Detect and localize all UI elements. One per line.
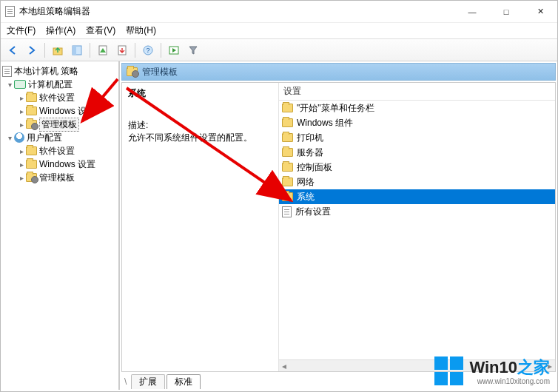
window-title: 本地组策略编辑器 [19,5,90,18]
tree-comp-software[interactable]: ▸ 软件设置 [1,91,118,104]
folder-icon [282,163,293,172]
folder-icon [282,118,293,127]
policy-icon [2,66,12,77]
help-button[interactable]: ? [139,41,157,59]
tree-root-label: 本地计算机 策略 [14,65,78,78]
folder-icon [282,192,293,201]
titlebar: 本地组策略编辑器 — □ ✕ [1,1,557,23]
description-panel: 系统 描述: 允许不同系统组件设置的配置。 [122,83,279,371]
tree-comp-windows[interactable]: ▸ Windows 设置 [1,104,118,118]
folder-settings-icon [26,173,37,182]
expander-icon[interactable]: ▸ [17,121,26,129]
tree-root[interactable]: 本地计算机 策略 [1,64,118,78]
folder-settings-icon [127,67,138,76]
tree-user-software[interactable]: ▸ 软件设置 [1,144,118,158]
expander-icon[interactable]: ▸ [17,94,26,102]
list-item-label: Windows 组件 [297,117,353,129]
user-icon [14,132,24,143]
list-item-label: 打印机 [297,132,323,144]
tree-label: 软件设置 [39,92,75,104]
tree-user-windows[interactable]: ▸ Windows 设置 [1,158,118,171]
tree-label: 软件设置 [39,145,75,158]
tree-user-admin-templates[interactable]: ▸ 管理模板 [1,171,118,184]
minimize-button[interactable]: — [455,1,489,23]
list-item-label: 系统 [297,191,315,203]
tree-computer-config[interactable]: ▾ 计算机配置 [1,78,118,91]
tree-label: 管理模板 [39,172,75,184]
tree-pane[interactable]: 本地计算机 策略 ▾ 计算机配置 ▸ 软件设置 ▸ Windows 设置 ▸ 管… [1,61,119,390]
tree-computer-label: 计算机配置 [28,78,73,91]
list-item[interactable]: 服务器 [279,145,555,160]
list-item[interactable]: 网络 [279,175,555,189]
expander-icon[interactable]: ▾ [5,134,14,142]
computer-icon [14,80,26,89]
svg-text:?: ? [146,47,149,54]
show-tree-button[interactable] [68,41,86,59]
view-tabs: 扩展 标准 [121,372,556,388]
folder-icon [282,133,293,142]
run-button[interactable] [165,41,183,59]
properties-button[interactable] [94,41,112,59]
expander-icon[interactable]: ▸ [17,174,26,182]
folder-icon [26,160,37,169]
tree-label: Windows 设置 [39,105,95,118]
detail-heading: 系统 [128,87,272,100]
list-item-label: 所有设置 [295,206,331,218]
expander-icon[interactable]: ▸ [17,160,26,169]
horizontal-scrollbar[interactable]: ◂ ▸ [279,359,555,371]
tab-standard[interactable]: 标准 [167,374,201,389]
folder-icon [26,93,37,102]
list-item[interactable]: "开始"菜单和任务栏 [279,101,555,115]
tree-label: 管理模板 [39,118,79,132]
list-item[interactable]: 控制面板 [279,160,555,175]
filter-button[interactable] [184,41,202,59]
svg-rect-2 [73,46,76,55]
breadcrumb-label: 管理模板 [142,66,178,78]
folder-icon [26,107,37,115]
app-icon [5,6,15,17]
list-item[interactable]: Windows 组件 [279,115,555,130]
nav-back-button[interactable] [4,41,21,59]
column-header-settings[interactable]: 设置 [279,83,555,101]
tree-user-config[interactable]: ▾ 用户配置 [1,131,118,144]
expander-icon[interactable]: ▾ [5,81,14,89]
up-level-button[interactable] [49,41,67,59]
menu-help[interactable]: 帮助(H) [126,24,156,37]
tree-label: Windows 设置 [39,158,95,171]
folder-icon [26,146,37,155]
window-controls: — □ ✕ [455,1,557,23]
folder-icon [282,178,293,186]
tree-user-label: 用户配置 [27,132,62,144]
expander-icon[interactable]: ▸ [17,107,26,115]
toolbar: ? [1,39,557,61]
list-item-label: 控制面板 [297,161,332,174]
menu-action[interactable]: 操作(A) [46,24,75,37]
folder-icon [282,104,293,112]
list-item[interactable]: 所有设置 [279,204,555,219]
list-item-label: "开始"菜单和任务栏 [297,102,374,115]
expander-icon[interactable]: ▸ [17,147,26,155]
menubar: 文件(F) 操作(A) 查看(V) 帮助(H) [1,23,557,39]
export-button[interactable] [113,41,131,59]
list-item[interactable]: 系统 [279,189,555,204]
close-button[interactable]: ✕ [523,1,557,23]
folder-icon [282,148,293,157]
list-item-label: 网络 [297,176,315,189]
description-text: 允许不同系统组件设置的配置。 [128,132,272,144]
detail-pane: 管理模板 系统 描述: 允许不同系统组件设置的配置。 设置 "开始"菜单和任务栏… [119,61,557,390]
folder-settings-icon [26,120,37,129]
settings-list: 设置 "开始"菜单和任务栏Windows 组件打印机服务器控制面板网络系统所有设… [279,83,555,371]
settings-icon [282,206,292,217]
tab-extended[interactable]: 扩展 [131,374,165,389]
list-item[interactable]: 打印机 [279,130,555,145]
maximize-button[interactable]: □ [489,1,523,23]
menu-view[interactable]: 查看(V) [86,24,115,37]
nav-forward-button[interactable] [23,41,41,59]
menu-file[interactable]: 文件(F) [7,24,36,37]
breadcrumb[interactable]: 管理模板 [121,63,556,81]
tree-comp-admin-templates[interactable]: ▸ 管理模板 [1,118,118,131]
list-item-label: 服务器 [297,146,323,159]
description-label: 描述: [128,119,272,132]
